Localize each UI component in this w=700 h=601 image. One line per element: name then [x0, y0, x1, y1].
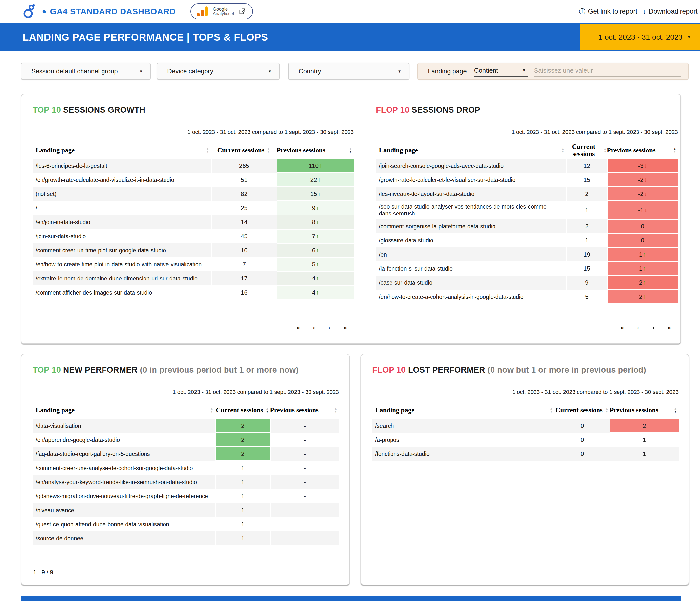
column-header-label: Current sessions	[216, 407, 263, 414]
current-sessions-cell: 82	[211, 187, 277, 201]
sort-desc-icon: ▼	[267, 150, 270, 153]
previous-sessions-value: 8	[312, 219, 316, 225]
ga-logo-icon	[196, 6, 208, 17]
growth-arrow-icon: ↑	[316, 219, 319, 225]
table-row: /en/how-to-create-a-cohort-analysis-in-g…	[376, 290, 678, 304]
filter-device-category[interactable]: Device category ▼	[157, 63, 280, 80]
column-header-label: Current sessions	[217, 147, 264, 154]
pagination-last-button[interactable]: »	[343, 324, 347, 332]
column-header-previous[interactable]: Previous sessions▲▼	[277, 147, 354, 154]
column-header-landing[interactable]: Landing page▲▼	[372, 407, 554, 414]
table-row: /en/analyse-your-keyword-trends-like-in-…	[33, 475, 339, 489]
table-row: /data-visualisation2-	[33, 418, 339, 433]
column-header-current[interactable]: Current sessions▲▼	[566, 143, 607, 158]
highlight-cell: 1↑	[608, 247, 678, 261]
table-row: /faq-data-studio-report-gallery-en-5-que…	[33, 447, 339, 461]
sort-icon[interactable]: ▲▼	[605, 408, 608, 413]
current-sessions-cell: 265	[211, 159, 277, 173]
pagination-first-button[interactable]: «	[296, 324, 300, 332]
landing-page-cell: /a-propos	[372, 433, 554, 447]
pagination-prev-button[interactable]: ‹	[637, 324, 639, 332]
sort-icon[interactable]: ▲▼	[603, 147, 607, 153]
highlight-cell: 2	[216, 418, 270, 433]
dashboard-page: ● GA4 STANDARD DASHBOARD Google Analytic…	[0, 0, 700, 601]
date-range-picker[interactable]: 1 oct. 2023 - 31 oct. 2023 ▼	[580, 24, 700, 50]
growth-arrow-icon: ↑	[316, 275, 319, 282]
sort-desc-icon: ▼	[603, 150, 607, 153]
previous-sessions-value: -2	[638, 176, 644, 183]
sort-icon[interactable]: ▲▼	[334, 408, 338, 413]
sort-desc-icon: ▼	[334, 410, 338, 413]
column-header-label: Landing page	[35, 147, 75, 154]
column-header-label: Current sessions	[555, 407, 603, 414]
get-link-button[interactable]: ⓘ Get link to report	[576, 0, 640, 23]
column-header-previous[interactable]: Previous sessions▲▼	[609, 407, 678, 414]
column-header-landing[interactable]: Landing page▲▼	[33, 147, 211, 154]
page-title: LANDING PAGE PERFORMANCE | TOPS & FLOPS	[23, 32, 268, 43]
landing-page-cell: /comment-sorganise-la-plateforme-data-st…	[376, 219, 566, 233]
landing-page-cell: /extraire-le-nom-de-domaine-dune-dimensi…	[33, 271, 211, 285]
landing-filter-operator-select[interactable]: Contient ▼	[474, 66, 528, 77]
table-row: /glossaire-data-studio10	[376, 233, 678, 247]
landing-page-cell: /growth-rate-le-calculer-et-le-visualise…	[376, 173, 566, 187]
current-sessions-cell: 1	[215, 461, 270, 475]
table-row: /comment-afficher-des-images-sur-data-st…	[33, 285, 354, 299]
highlight-cell: 0	[608, 233, 678, 247]
landing-page-cell: /join-search-console-google-ads-avec-dat…	[376, 159, 566, 173]
sort-icon[interactable]: ▲▼	[206, 147, 209, 153]
sort-icon[interactable]: ▲▼	[674, 408, 677, 413]
column-header-landing[interactable]: Landing page▲▼	[33, 407, 215, 414]
column-header-landing[interactable]: Landing page▲▼	[376, 147, 566, 154]
sort-desc-icon: ▼	[210, 410, 214, 413]
previous-sessions-cell: -	[270, 447, 339, 461]
filter-channel-group[interactable]: Session default channel group ▼	[21, 63, 151, 80]
landing-page-cell: /	[33, 201, 211, 215]
previous-sessions-cell: -	[270, 418, 339, 433]
current-sessions-cell: 2	[215, 418, 270, 433]
landing-page-cell: /seo-sur-data-studio-analyser-vos-tendan…	[376, 201, 566, 219]
sort-desc-icon: ▼	[674, 410, 677, 413]
current-sessions-cell: 2	[566, 187, 607, 201]
landing-filter-input[interactable]	[533, 66, 681, 77]
sort-icon[interactable]: ▲▼	[561, 147, 565, 153]
pagination-first-button[interactable]: «	[621, 324, 624, 332]
sort-icon[interactable]: ▲▼	[550, 408, 553, 413]
dropdown-arrow-icon: ▼	[398, 69, 401, 73]
pagination-next-button[interactable]: ›	[328, 324, 330, 332]
pagination-prev-button[interactable]: ‹	[313, 324, 315, 332]
sort-icon[interactable]: ▲▼	[266, 408, 269, 413]
download-report-button[interactable]: ↓ Download report	[640, 0, 700, 23]
comparison-period-note: 1 oct. 2023 - 31 oct. 2023 compared to 1…	[372, 389, 678, 395]
growth-arrow-icon: ↑	[318, 191, 321, 197]
previous-sessions-cell: -	[270, 517, 339, 531]
sort-icon[interactable]: ▲▼	[267, 147, 270, 153]
column-header-current[interactable]: Current sessions▲▼	[211, 147, 277, 154]
current-sessions-cell: 1	[566, 233, 607, 247]
table-row: /search02	[372, 418, 678, 433]
sort-icon[interactable]: ▲▼	[673, 147, 676, 153]
growth-arrow-icon: ↑	[643, 265, 646, 272]
get-link-label: Get link to report	[588, 8, 637, 15]
table-row: (not set)8215↑	[33, 187, 354, 201]
previous-sessions-cell: 7↑	[277, 229, 354, 243]
app-header: ● GA4 STANDARD DASHBOARD Google Analytic…	[0, 0, 700, 23]
column-header-previous[interactable]: Previous sessions▲▼	[607, 147, 678, 154]
google-analytics-badge[interactable]: Google Analytics 4	[191, 3, 253, 19]
previous-sessions-value: 2	[643, 422, 646, 429]
sessions-comparison-card: TOP 10 SESSIONS GROWTH 1 oct. 2023 - 31 …	[21, 94, 681, 344]
column-header-previous[interactable]: Previous sessions▲▼	[270, 407, 339, 414]
column-header-current[interactable]: Current sessions▲▼	[554, 407, 609, 414]
current-sessions-cell: 2	[215, 433, 270, 447]
sort-icon[interactable]: ▲▼	[210, 408, 214, 413]
filter-country[interactable]: Country ▼	[288, 63, 409, 80]
table-row: /comment-creer-un-time-plot-sur-google-d…	[33, 243, 354, 257]
pagination-last-button[interactable]: »	[667, 324, 671, 332]
table-row: /join-search-console-google-ads-avec-dat…	[376, 159, 678, 173]
column-header-current[interactable]: Current sessions▲▼	[215, 407, 270, 414]
pagination-next-button[interactable]: ›	[652, 324, 654, 332]
new-performer-card: TOP 10 NEW PERFORMER (0 in previous peri…	[21, 354, 350, 585]
sort-icon[interactable]: ▲▼	[349, 147, 352, 153]
new-performer-panel: TOP 10 NEW PERFORMER (0 in previous peri…	[33, 354, 339, 585]
highlight-cell: 2	[610, 418, 678, 433]
current-sessions-cell: 14	[211, 215, 277, 229]
